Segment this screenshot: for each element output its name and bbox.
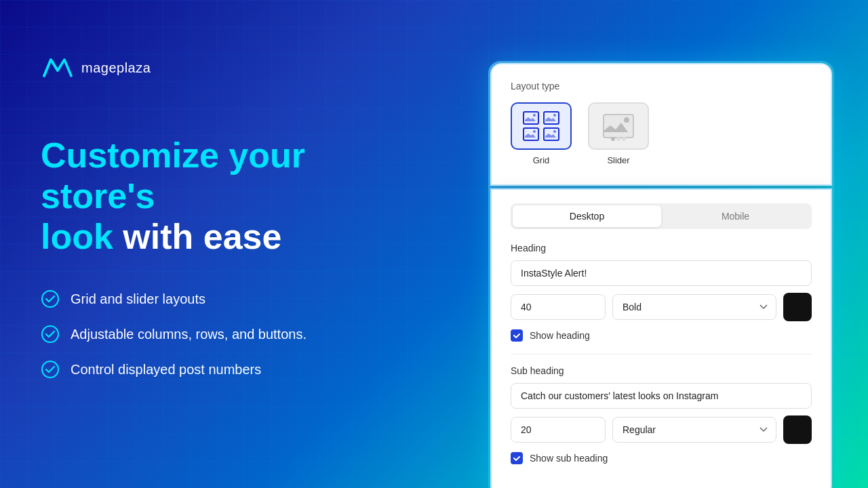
svg-point-0 (42, 291, 58, 307)
feature-text-3: Control displayed post numbers (71, 362, 261, 378)
grid-icon (521, 109, 561, 143)
layout-option-slider[interactable]: Slider (588, 102, 649, 165)
headline: Customize your store's look with ease (41, 136, 420, 257)
slider-label: Slider (607, 155, 629, 165)
grid-label: Grid (533, 155, 550, 165)
feature-item-1: Grid and slider layouts (41, 289, 420, 308)
divider (511, 354, 812, 354)
heading-font-size[interactable] (511, 294, 606, 320)
feature-item-2: Adjustable columns, rows, and buttons. (41, 325, 420, 344)
show-heading-checkbox[interactable] (511, 329, 523, 342)
checkmark-icon (513, 331, 521, 340)
right-panel: Layout type (488, 61, 834, 488)
svg-point-14 (553, 130, 556, 133)
headline-line1: Customize your store's (41, 136, 305, 216)
layout-type-label: Layout type (511, 81, 812, 92)
layout-option-grid[interactable]: Grid (511, 102, 572, 165)
heading-input[interactable] (511, 260, 812, 286)
show-sub-heading-checkbox[interactable] (511, 452, 523, 464)
sub-heading-font-size[interactable] (511, 417, 606, 443)
logo: mageplaza (41, 54, 420, 81)
feature-item-3: Control displayed post numbers (41, 360, 420, 379)
headline-highlight: look (41, 217, 113, 256)
check-icon-3 (41, 360, 60, 379)
mageplaza-logo-icon (41, 54, 75, 81)
svg-point-16 (624, 117, 629, 123)
tabs: Desktop Mobile (511, 203, 812, 229)
settings-card: Desktop Mobile Heading Bold Regular Ital… (490, 188, 832, 488)
sub-heading-input[interactable] (511, 383, 812, 409)
svg-point-12 (533, 130, 536, 133)
show-sub-heading-label: Show sub heading (530, 453, 608, 464)
show-heading-row: Show heading (511, 329, 812, 342)
logo-text: mageplaza (81, 60, 151, 76)
grid-icon-box (511, 102, 572, 150)
heading-controls: Bold Regular Italic (511, 293, 812, 321)
sub-checkmark-icon (513, 454, 521, 462)
sub-heading-section: Sub heading Regular Bold Italic (511, 365, 812, 464)
sub-heading-label: Sub heading (511, 365, 812, 376)
sub-heading-font-weight[interactable]: Regular Bold Italic (612, 417, 776, 443)
svg-point-17 (611, 137, 615, 141)
feature-list: Grid and slider layouts Adjustable colum… (41, 289, 420, 379)
heading-section: Heading Bold Regular Italic (511, 243, 812, 342)
show-sub-heading-row: Show sub heading (511, 452, 812, 464)
heading-font-weight[interactable]: Bold Regular Italic (612, 294, 776, 320)
sub-heading-color-swatch[interactable] (783, 415, 812, 444)
panel-inner: Layout type (490, 63, 832, 488)
svg-point-19 (622, 137, 626, 141)
check-icon-1 (41, 289, 60, 308)
slider-icon (598, 109, 639, 143)
heading-color-swatch[interactable] (783, 293, 812, 321)
tab-mobile[interactable]: Mobile (661, 205, 810, 227)
layout-options: Grid (511, 102, 812, 165)
tab-desktop[interactable]: Desktop (513, 205, 661, 227)
heading-label: Heading (511, 243, 812, 253)
svg-point-10 (553, 114, 556, 117)
svg-point-1 (42, 326, 58, 342)
slider-icon-box (588, 102, 649, 150)
check-icon-2 (41, 325, 60, 344)
layout-card: Layout type (490, 63, 832, 186)
sub-heading-controls: Regular Bold Italic (511, 415, 812, 444)
feature-text-1: Grid and slider layouts (71, 291, 205, 307)
headline-normal: with ease (113, 217, 282, 256)
show-heading-label: Show heading (530, 330, 590, 341)
svg-point-2 (42, 361, 58, 378)
svg-point-8 (533, 114, 536, 117)
panel-glow: Layout type (488, 61, 834, 488)
feature-text-2: Adjustable columns, rows, and buttons. (71, 327, 307, 342)
svg-point-18 (616, 137, 620, 141)
